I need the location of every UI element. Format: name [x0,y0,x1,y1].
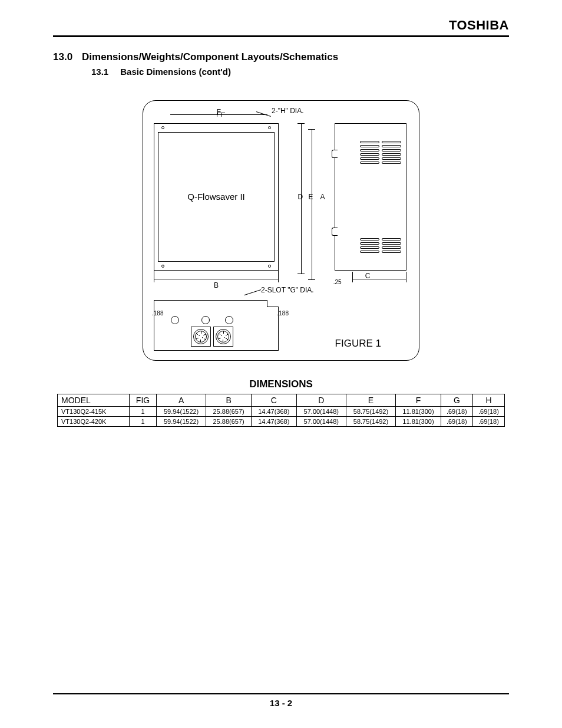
cell-B: 25.88(657) [206,417,252,427]
cell-F: 11.81(300) [396,417,441,427]
cell-C: 14.47(368) [251,407,296,417]
figure-1: F 2-"H" DIA. Q-Flowsaver II B [143,100,419,361]
col-fig: FIG [130,394,157,407]
section-title: Dimensions/Weights/Component Layouts/Sch… [82,51,338,63]
product-label: Q-Flowsaver II [154,192,278,202]
dim-C-text: C [365,272,371,280]
cell-D: 57.00(1448) [296,417,346,427]
dimension-F-label: F [170,108,267,116]
page-footer: 13 - 2 [53,693,509,708]
cell-E: 58.75(1492) [346,407,395,417]
cell-A: 59.94(1522) [157,407,206,417]
col-B: B [206,394,252,407]
cell-fig: 1 [130,407,157,417]
col-model: MODEL [58,394,130,407]
cell-E: 58.75(1492) [346,417,395,427]
table-title: DIMENSIONS [53,378,509,390]
col-C: C [251,394,296,407]
subsection-title: Basic Dimensions (cont'd) [120,67,231,77]
dim-A-text: A [320,193,325,201]
figure-frame: F 2-"H" DIA. Q-Flowsaver II B [143,100,419,361]
col-F: F [396,394,441,407]
dimension-C: .25 C [335,274,406,288]
cell-A: 59.94(1522) [157,417,206,427]
table-row: VT130Q2-420K 1 59.94(1522) 25.88(657) 14… [58,417,505,427]
dim-188-right: .188 [277,310,289,317]
brand-header: TOSHIBA [53,18,509,37]
cell-G: .69(18) [441,417,472,427]
dimension-B: B [154,274,279,288]
vents-bottom [360,236,401,255]
h-dia-callout: 2-"H" DIA. [272,107,304,115]
cell-fig: 1 [130,417,157,427]
subsection-number: 13.1 [91,67,108,77]
col-G: G [441,394,472,407]
enclosure-side [335,123,406,271]
cell-model: VT130Q2-420K [58,417,130,427]
dim-188-left: .188 [152,310,163,317]
bottom-view: .188 .188 [154,300,279,351]
subsection-heading: 13.1 Basic Dimensions (cont'd) [91,67,509,77]
cell-model: VT130Q2-415K [58,407,130,417]
enclosure-front: Q-Flowsaver II [154,123,279,271]
side-view: .25 C [335,123,408,288]
fan-icon [213,327,233,347]
cell-F: 11.81(300) [396,407,441,417]
section-number: 13.0 [53,51,72,63]
slot-g-callout: 2-SLOT "G" DIA. [261,286,314,294]
dimensions-DEA: D E A [297,123,323,286]
cell-C: 14.47(368) [251,417,296,427]
dimensions-table: MODEL FIG A B C D E F G H VT130Q2-415K 1… [57,394,505,427]
col-E: E [346,394,395,407]
cell-B: 25.88(657) [206,407,252,417]
figure-caption: FIGURE 1 [335,338,381,350]
fan-icon [191,327,211,347]
cell-H: .69(18) [472,407,504,417]
dim-B-text: B [154,281,279,289]
front-view: F 2-"H" DIA. Q-Flowsaver II B [154,108,287,288]
dim-E-text: E [308,193,313,201]
page-number: 13 - 2 [270,698,292,708]
table-row: VT130Q2-415K 1 59.94(1522) 25.88(657) 14… [58,407,505,417]
section-heading: 13.0 Dimensions/Weights/Component Layout… [53,51,509,63]
table-header-row: MODEL FIG A B C D E F G H [58,394,505,407]
cell-D: 57.00(1448) [296,407,346,417]
cell-G: .69(18) [441,407,472,417]
dim-25-text: .25 [333,279,342,285]
col-A: A [157,394,206,407]
col-D: D [296,394,346,407]
col-H: H [472,394,504,407]
vents-top [360,139,401,166]
cell-H: .69(18) [472,417,504,427]
dim-D-text: D [297,193,303,201]
